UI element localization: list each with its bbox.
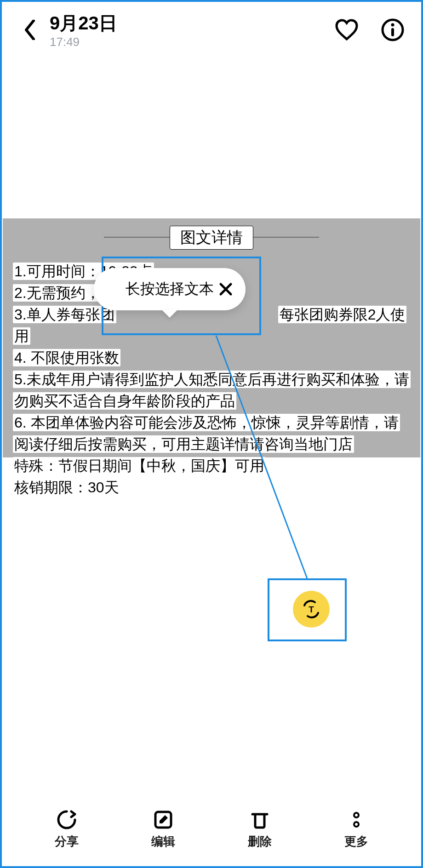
detail-line-7: 特殊：节假日期间【中秋，国庆】可用 xyxy=(13,457,266,474)
svg-point-1 xyxy=(391,23,394,27)
svg-text:T: T xyxy=(309,605,314,614)
share-button[interactable]: 分享 xyxy=(39,809,94,850)
svg-rect-2 xyxy=(391,28,394,36)
delete-button[interactable]: 删除 xyxy=(232,809,287,850)
svg-point-6 xyxy=(354,813,359,817)
more-icon xyxy=(345,809,367,831)
heart-icon[interactable] xyxy=(335,18,359,42)
panel-title: 图文详情 xyxy=(170,226,253,250)
image-detail-panel: 图文详情 1.可用时间：10-22点 2.无需预约，高 3.单人券每张团占位占位… xyxy=(3,218,420,457)
info-icon[interactable] xyxy=(381,18,405,42)
edit-button[interactable]: 编辑 xyxy=(136,809,191,850)
tooltip-text: 长按选择文本 xyxy=(126,279,214,299)
header: 9月23日 17:49 xyxy=(0,9,423,51)
detail-line-6: 6. 本团单体验内容可能会涉及恐怖，惊悚，灵异等剧情，请阅读仔细后按需购买，可用… xyxy=(13,414,400,453)
delete-label: 删除 xyxy=(248,834,272,850)
share-label: 分享 xyxy=(55,834,79,850)
detail-line-8: 核销期限：30天 xyxy=(13,479,120,496)
text-selection-tooltip: 长按选择文本 xyxy=(94,268,246,310)
text-extract-fab[interactable]: T xyxy=(293,591,330,628)
svg-point-7 xyxy=(354,822,359,827)
edit-label: 编辑 xyxy=(151,834,175,850)
share-icon xyxy=(56,809,78,831)
bottom-toolbar: 分享 编辑 删除 更多 xyxy=(0,804,423,854)
delete-icon xyxy=(249,809,271,831)
date-title: 9月23日 xyxy=(50,11,117,36)
back-icon[interactable] xyxy=(18,18,41,41)
date-time: 17:49 xyxy=(50,35,117,49)
edit-icon xyxy=(152,809,174,831)
detail-line-5: 5.未成年用户请得到监护人知悉同意后再进行购买和体验，请勿购买不适合自身年龄阶段… xyxy=(13,371,411,410)
detail-line-3a: 3.单人券每张团 xyxy=(13,306,116,323)
detail-line-4: 4. 不限使用张数 xyxy=(13,349,120,366)
date-block: 9月23日 17:49 xyxy=(50,11,117,49)
tooltip-tail xyxy=(161,309,178,318)
close-icon[interactable] xyxy=(219,282,233,296)
more-button[interactable]: 更多 xyxy=(329,809,384,850)
more-label: 更多 xyxy=(344,834,368,850)
